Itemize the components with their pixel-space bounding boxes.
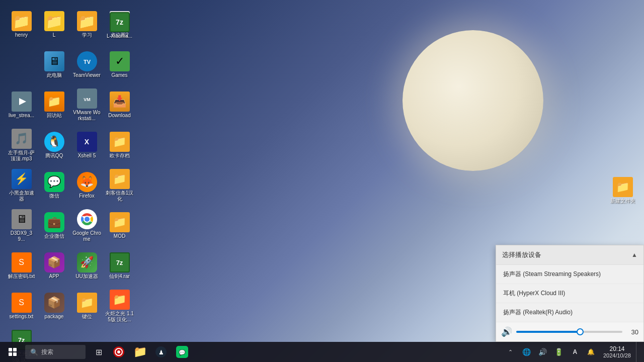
taskbar-app-wechat[interactable]: 💬 — [172, 342, 192, 362]
systray-battery[interactable]: 🔋 — [552, 342, 566, 362]
weixin-label: 微信 — [49, 193, 59, 199]
icon-shortcut[interactable]: 📁 键位 — [70, 287, 103, 326]
icon-l-xiaoma[interactable]: 7z L-Xiaoma... — [103, 6, 136, 45]
mod-label: MOD — [114, 233, 125, 239]
icon-package[interactable]: 📦 package — [38, 287, 70, 326]
icon-wechatwork[interactable]: 💼 企业微信 — [38, 206, 70, 245]
icon-settings-txt[interactable]: S settings.txt — [5, 287, 38, 326]
icon-l[interactable]: 📁 L — [38, 5, 70, 44]
games-label: Games — [111, 72, 127, 78]
shortcut-icon: 📁 — [77, 293, 97, 313]
firefox-icon: 🦊 — [77, 172, 97, 192]
audio-device-popup: 选择播放设备 ▲ 扬声器 (Steam Streaming Speakers) … — [496, 245, 644, 342]
new-folder-icon: 📁 — [613, 177, 633, 197]
svg-point-11 — [117, 350, 120, 353]
icon-new-folder[interactable]: 📁 新建文件夹 — [606, 171, 639, 210]
audio-popup-collapse-icon[interactable]: ▲ — [631, 251, 637, 258]
icon-jiemi[interactable]: S 解压密码.txt — [5, 246, 38, 286]
volume-slider-thumb — [577, 328, 584, 335]
systray-ime[interactable]: A — [568, 342, 582, 362]
l-xiaoma-icon: 7z — [110, 12, 130, 32]
icon-chrome[interactable]: Google Chrome — [70, 206, 103, 245]
mod-icon: 📁 — [110, 212, 130, 232]
svg-text:♟: ♟ — [158, 349, 164, 356]
volume-slider[interactable] — [516, 331, 622, 333]
icon-pc[interactable]: 🖥 此电脑 — [38, 45, 70, 84]
chrome-label: Google Chrome — [72, 230, 101, 242]
oukacunchu-label: 欧卡存档 — [110, 153, 130, 159]
icon-cike1[interactable]: 📁 刺客信条1汉化 — [103, 166, 136, 205]
icon-vmware[interactable]: VM VMware Workstati... — [70, 85, 103, 125]
icon-app[interactable]: 📦 APP — [38, 246, 70, 286]
icon-qq[interactable]: 🐧 腾讯QQ — [38, 126, 70, 165]
icon-teamviewer[interactable]: TV TeamViewer — [70, 45, 103, 84]
systray-volume[interactable]: 🔊 — [536, 342, 550, 362]
icon-firefox[interactable]: 🦊 Firefox — [70, 166, 103, 205]
jiemi-label: 解压密码.txt — [8, 274, 35, 280]
audio-popup-title: 选择播放设备 — [502, 250, 541, 259]
vmware-icon: VM — [77, 88, 97, 109]
zuoshouzhi-icon: 🎵 — [12, 129, 32, 149]
settings-txt-icon: S — [12, 293, 32, 313]
icon-xshell[interactable]: X Xshell 5 — [70, 126, 103, 165]
icon-henry[interactable]: 📁 henry — [5, 5, 38, 44]
icon-huozhi1[interactable]: 📁 火炬之光 1.15版 汉化... — [103, 287, 136, 326]
package-icon: 📦 — [44, 293, 64, 313]
weixin-icon: 💬 — [44, 172, 64, 192]
vmware-label: VMware Workstati... — [72, 110, 101, 122]
icon-xianjian4rar[interactable]: 7z 仙剑4.rar — [103, 246, 136, 286]
jiemi-icon: S — [12, 252, 32, 273]
taskbar-time: 20:14 — [609, 345, 624, 352]
audio-device-hyperx[interactable]: 耳机 (HyperX Cloud III) — [496, 284, 643, 303]
systray-notification[interactable]: 🔔 — [584, 342, 598, 362]
cike1-label: 刺客信条1汉化 — [105, 190, 134, 202]
icon-live-stream[interactable]: live_strea... — [5, 85, 38, 125]
volume-icon[interactable]: 🔊 — [501, 326, 512, 337]
show-desktop-button[interactable] — [636, 342, 641, 362]
icon-download[interactable]: 📥 Download — [103, 85, 136, 125]
windows-logo-icon — [9, 348, 17, 356]
icon-study[interactable]: 📁 学习 — [70, 5, 103, 44]
firefox-label: Firefox — [79, 193, 95, 199]
xshell-icon: X — [77, 132, 97, 152]
oukacunchu-folder-icon: 📁 — [110, 132, 130, 152]
package-label: package — [45, 314, 64, 320]
l-folder-icon: 📁 — [44, 11, 64, 31]
cike1-icon: 📁 — [110, 169, 130, 189]
start-button[interactable] — [0, 342, 25, 362]
taskbar-clock[interactable]: 20:14 2024/10/28 — [600, 342, 634, 362]
icon-accel[interactable]: ⚡ 小黑盒加速器 — [5, 166, 38, 205]
henry-folder-icon: 📁 — [12, 11, 32, 31]
live-stream-icon — [12, 92, 32, 112]
taskbar-search-icon: 🔍 — [30, 348, 38, 356]
xianjian4rar-icon: 7z — [110, 252, 130, 273]
svg-text:TV: TV — [83, 59, 91, 65]
icon-d3dx9[interactable]: 🖥 D3DX9_39... — [5, 206, 38, 245]
audio-device-realtek[interactable]: 扬声器 (Realtek(R) Audio) — [496, 303, 643, 322]
audio-volume-row: 🔊 30 — [496, 322, 643, 341]
study-folder-icon: 📁 — [77, 11, 97, 31]
taskbar-app-steam[interactable]: ♟ — [151, 342, 171, 362]
pc-label: 此电脑 — [47, 72, 62, 78]
taskbar-app-file-explorer[interactable]: 📁 — [130, 342, 150, 362]
taskbar-search-bar[interactable]: 🔍 搜索 — [25, 345, 86, 359]
icon-games[interactable]: ✓ Games — [103, 45, 136, 84]
icon-zuoshouzhi[interactable]: 🎵 左手指月-萨顶顶.mp3 — [5, 126, 38, 165]
huifanzhan-label: 回访站 — [47, 113, 62, 119]
taskbar-app-netease[interactable] — [109, 342, 129, 362]
moon-decoration — [403, 30, 543, 171]
volume-number: 30 — [626, 328, 638, 336]
zuoshouzhi-label: 左手指月-萨顶顶.mp3 — [7, 150, 36, 162]
uuacc-label: UU加速器 — [75, 274, 98, 280]
icon-uuacc[interactable]: 🚀 UU加速器 — [70, 246, 103, 286]
systray-arrow[interactable]: ⌃ — [504, 342, 518, 362]
icon-weixin[interactable]: 💬 微信 — [38, 166, 70, 205]
svg-text:VM: VM — [84, 97, 91, 102]
download-icon: 📥 — [110, 92, 130, 112]
systray-network[interactable]: 🌐 — [520, 342, 534, 362]
icon-huifanzhan[interactable]: 📁 回访站 — [38, 85, 70, 125]
taskbar-task-view[interactable]: ⊞ — [90, 342, 108, 362]
audio-device-steam[interactable]: 扬声器 (Steam Streaming Speakers) — [496, 265, 643, 284]
icon-oukacunchu[interactable]: 📁 欧卡存档 — [103, 126, 136, 165]
icon-mod[interactable]: 📁 MOD — [103, 206, 136, 245]
